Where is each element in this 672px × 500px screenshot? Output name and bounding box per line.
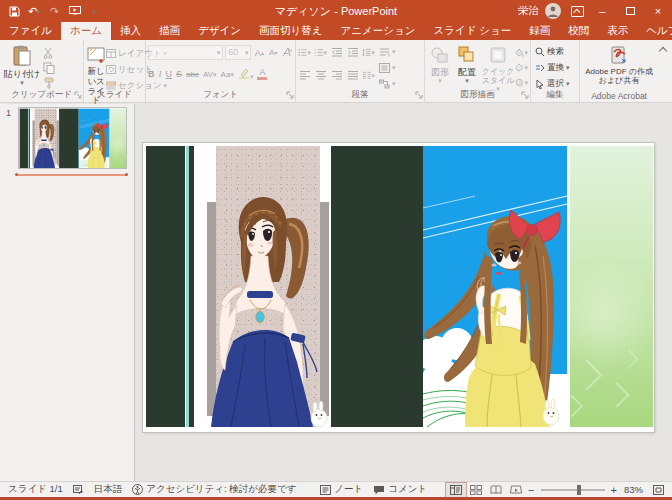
selected-slide-indicator (16, 174, 127, 176)
language-indicator[interactable]: 日本語 (89, 482, 128, 497)
slide-canvas[interactable] (19, 108, 127, 169)
arrange-icon (457, 45, 477, 65)
girl2-picture[interactable] (423, 146, 567, 427)
girl2-picture[interactable] (79, 109, 110, 169)
start-slideshow-icon[interactable] (68, 5, 81, 18)
strikethrough-button[interactable]: S (176, 69, 182, 79)
bullets-icon[interactable]: ▾ (298, 45, 311, 59)
shapes-button[interactable]: 図形 ▾ (427, 42, 453, 92)
comments-button[interactable]: コメント (368, 482, 432, 497)
reading-view-button[interactable] (486, 483, 506, 497)
avatar[interactable] (545, 3, 561, 19)
bold-button[interactable]: B (148, 69, 155, 79)
italic-button[interactable]: I (159, 69, 162, 79)
normal-view-button[interactable] (446, 483, 466, 497)
account-name[interactable]: 栄治 (518, 4, 539, 18)
quick-styles-button[interactable]: クイック スタイル ▾ (481, 42, 515, 92)
tab-help[interactable]: ヘルプ (637, 22, 672, 40)
tab-slideshow[interactable]: スライド ショー (424, 22, 520, 40)
increase-font-icon[interactable]: A▴ (253, 45, 265, 59)
fit-to-window-button[interactable] (648, 483, 668, 497)
save-icon[interactable] (8, 5, 21, 18)
text-shadow-button[interactable]: abc (186, 70, 199, 79)
change-case-button[interactable]: Aa▾ (221, 70, 234, 79)
deco-dark-strip (189, 146, 194, 427)
character-spacing-button[interactable]: AV▾ (203, 70, 217, 79)
find-button[interactable]: 検索 (535, 44, 577, 59)
tab-animations[interactable]: アニメーション (331, 22, 424, 40)
clear-formatting-icon[interactable] (281, 45, 293, 59)
deco-dark-panel-left (20, 109, 28, 169)
cut-icon[interactable] (42, 46, 55, 60)
shapes-icon (430, 45, 450, 65)
shape-fill-icon[interactable]: ▾ (515, 45, 528, 59)
decrease-font-icon[interactable]: A▾ (267, 45, 279, 59)
paragraph-dialog-launcher[interactable] (415, 90, 423, 101)
accessibility-status[interactable]: アクセシビリティ: 検討が必要です (127, 482, 301, 497)
tab-view[interactable]: 表示 (598, 22, 637, 40)
notes-button[interactable]: ノート (315, 482, 368, 497)
undo-button[interactable]: ↶▾ (28, 5, 41, 18)
zoom-slider[interactable] (541, 489, 605, 491)
redo-button[interactable]: ↷ (48, 5, 61, 18)
tab-file[interactable]: ファイル (0, 22, 61, 40)
align-right-icon[interactable] (330, 68, 343, 82)
girl1-picture[interactable] (33, 109, 59, 169)
text-direction-button[interactable]: ▾ (379, 44, 396, 59)
align-center-icon[interactable] (314, 68, 327, 82)
ribbon-display-options-icon[interactable] (571, 6, 584, 17)
slide-sorter-view-button[interactable] (466, 483, 486, 497)
indent-increase-icon[interactable] (346, 45, 359, 59)
zoom-out-button[interactable]: − (526, 482, 536, 497)
close-button[interactable]: × (644, 0, 672, 22)
tab-record[interactable]: 録画 (520, 22, 559, 40)
shape-outline-icon[interactable]: ▾ (515, 60, 528, 74)
justify-icon[interactable] (346, 68, 359, 82)
create-pdf-button[interactable]: Adobe PDF の作成および共有 (582, 42, 656, 85)
collapse-ribbon-icon[interactable] (659, 47, 667, 55)
customize-qat-icon[interactable]: ▾ (88, 5, 101, 18)
font-size-combo[interactable]: 60▾ (225, 45, 251, 60)
highlight-color-button[interactable]: ▾ (238, 67, 254, 81)
tab-insert[interactable]: 挿入 (111, 22, 150, 40)
tab-design[interactable]: デザイン (189, 22, 250, 40)
align-text-button[interactable]: ▾ (379, 60, 396, 75)
spellcheck-icon[interactable] (68, 482, 89, 497)
tab-home[interactable]: ホーム (61, 22, 111, 40)
slideshow-view-button[interactable] (506, 483, 526, 497)
tab-transitions[interactable]: 画面切り替え (250, 22, 332, 40)
font-dialog-launcher[interactable] (286, 90, 294, 101)
slide-thumbnail[interactable] (18, 107, 127, 169)
paste-button[interactable]: 貼り付け ▾ (2, 42, 42, 90)
slide-counter[interactable]: スライド 1/1 (0, 482, 68, 497)
zoom-in-button[interactable]: + (609, 482, 619, 497)
columns-icon[interactable]: ▾ (362, 68, 375, 82)
status-bar: スライド 1/1 日本語 アクセシビリティ: 検討が必要です ノート コメント (0, 481, 672, 497)
replace-button[interactable]: 置換▾ (535, 60, 577, 75)
align-left-icon[interactable] (298, 68, 311, 82)
indent-decrease-icon[interactable] (330, 45, 343, 59)
comment-icon (373, 485, 385, 495)
format-painter-icon[interactable] (42, 76, 55, 90)
slide-canvas[interactable] (143, 143, 654, 432)
replace-icon (535, 63, 545, 73)
clipboard-dialog-launcher[interactable] (74, 90, 82, 101)
line-spacing-icon[interactable]: ▾ (362, 45, 375, 59)
underline-button[interactable]: U (166, 69, 173, 79)
font-name-combo[interactable]: ▾ (148, 45, 223, 60)
zoom-level[interactable]: 83% (619, 482, 648, 497)
shape-effects-icon[interactable]: ▾ (515, 75, 528, 89)
copy-icon[interactable] (42, 61, 55, 75)
tab-review[interactable]: 校閲 (559, 22, 598, 40)
arrange-button[interactable]: 配置 ▾ (453, 42, 481, 92)
new-slide-button[interactable]: 新しいスライド ▾ (86, 42, 106, 113)
minimize-button[interactable]: – (588, 0, 616, 22)
girl1-picture[interactable] (207, 146, 329, 427)
maximize-button[interactable] (616, 0, 644, 22)
drawing-dialog-launcher[interactable] (521, 90, 529, 101)
font-color-button[interactable]: A (257, 68, 267, 80)
numbering-icon[interactable]: ▾ (314, 45, 327, 59)
title-bar: ↶▾ ↷ ▾ マディソン - PowerPoint 栄治 – × (0, 0, 672, 22)
tab-draw[interactable]: 描画 (150, 22, 189, 40)
zoom-slider-thumb[interactable] (577, 485, 581, 495)
